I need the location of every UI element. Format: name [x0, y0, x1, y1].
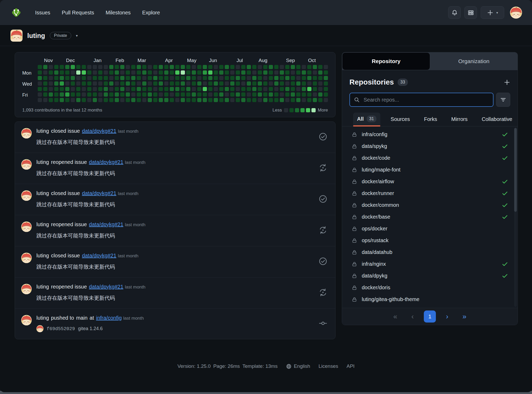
profile-avatar[interactable] — [10, 30, 23, 42]
heatmap-cell — [274, 81, 278, 86]
repo-filter-tabs: All31SourcesForksMirrorsCollaborative — [342, 107, 518, 126]
create-new-button[interactable]: ▾ — [481, 6, 504, 19]
nav-item-milestones[interactable]: Milestones — [106, 10, 131, 16]
feed-actor-avatar[interactable] — [21, 315, 32, 325]
feed-actor[interactable]: luting — [36, 128, 49, 134]
heatmap-cell — [153, 70, 157, 75]
feed-repo-link[interactable]: data/dpykg#21 — [89, 221, 123, 227]
feed-actor-avatar[interactable] — [21, 253, 32, 263]
repo-list-item[interactable]: docker/doris — [342, 282, 518, 293]
nav-item-pull-requests[interactable]: Pull Requests — [62, 10, 94, 16]
feed-item-content: lutingclosed issuedata/dpykg#21last mont… — [21, 184, 139, 215]
lock-icon — [352, 297, 357, 302]
heatmap-cell — [142, 70, 146, 75]
nav-item-explore[interactable]: Explore — [142, 10, 160, 16]
heatmap-month-label: Sep — [286, 58, 295, 63]
licenses-link[interactable]: Licenses — [319, 363, 338, 369]
heatmap-cell — [98, 87, 102, 91]
feed-actor-avatar[interactable] — [21, 190, 32, 201]
chevron-down-icon: ▾ — [496, 11, 498, 15]
feed-actor-avatar[interactable] — [21, 284, 32, 294]
heatmap-cell — [241, 81, 245, 86]
repo-list-item[interactable]: data/datahub — [342, 246, 518, 258]
repo-list-item[interactable]: ops/rustack — [342, 235, 518, 246]
filter-tab-forks[interactable]: Forks — [420, 113, 441, 126]
repo-list-item[interactable]: docker/code — [342, 152, 518, 164]
feed-actor[interactable]: luting — [36, 221, 49, 227]
repo-list-item[interactable]: data/dpykg — [342, 270, 518, 282]
heatmap-cell — [82, 92, 86, 97]
heatmap-cell — [76, 70, 80, 75]
notifications-button[interactable] — [448, 6, 461, 19]
filter-tab-sources[interactable]: Sources — [387, 113, 414, 126]
feed-repo-link[interactable]: data/dpykg#21 — [82, 128, 116, 134]
heatmap-cell — [230, 98, 234, 102]
repo-search-input[interactable] — [363, 97, 489, 103]
heatmap-cell — [269, 76, 273, 80]
feed-actor[interactable]: luting — [36, 159, 49, 165]
nav-item-issues[interactable]: Issues — [35, 10, 50, 16]
heatmap-cell — [71, 65, 75, 69]
heatmap-cell — [181, 70, 185, 75]
heatmap-cell — [93, 65, 97, 69]
repo-list-scrollbar-thumb[interactable] — [514, 128, 517, 212]
last-page-button[interactable]: » — [458, 310, 470, 323]
repo-list-item[interactable]: infra/nginx — [342, 258, 518, 270]
heatmap-grid — [38, 65, 328, 103]
feed-repo-link[interactable]: data/dpykg#21 — [89, 284, 123, 290]
feed-repo-link[interactable]: infra/config — [96, 315, 122, 321]
feed-actor-avatar[interactable] — [21, 221, 32, 232]
repo-list-item[interactable]: docker/common — [342, 199, 518, 211]
tab-organization[interactable]: Organization — [430, 52, 518, 70]
feed-actor[interactable]: luting — [36, 284, 49, 290]
contribution-summary: 1,093 contributions in the last 12 month… — [22, 108, 102, 113]
repo-list-item[interactable]: docker/airflow — [342, 176, 518, 187]
legend-more-label: More — [318, 108, 328, 113]
feed-actor-avatar[interactable] — [21, 128, 32, 138]
filter-tab-mirrors[interactable]: Mirrors — [447, 113, 471, 126]
heatmap-cell — [87, 76, 91, 80]
heatmap-cell — [197, 92, 201, 97]
heatmap-cell — [247, 81, 251, 86]
feed-actor[interactable]: luting — [36, 315, 49, 321]
heatmap-cell — [307, 65, 311, 69]
heatmap-month-label: Aug — [259, 58, 267, 63]
repo-count-badge: 33 — [398, 79, 408, 86]
repo-list-item[interactable]: docker/base — [342, 211, 518, 223]
repo-check-icon — [502, 261, 508, 267]
admin-panel-button[interactable] — [464, 6, 477, 19]
repo-list-item[interactable]: data/spykg — [342, 140, 518, 152]
repo-filter-button[interactable] — [496, 93, 510, 107]
filter-tab-collaborative[interactable]: Collaborative — [478, 113, 516, 126]
heatmap-cell — [93, 81, 97, 86]
heatmap-cell — [247, 65, 251, 69]
feed-item-title: lutingclosed issuedata/dpykg#21last mont… — [36, 128, 139, 134]
feed-actor[interactable]: luting — [36, 190, 49, 196]
commit-sha-link[interactable]: f69d552029 — [47, 326, 75, 331]
heatmap-cell — [164, 65, 168, 69]
footer-page-time: Page: 26ms — [213, 363, 240, 369]
feed-repo-link[interactable]: data/dpykg#21 — [89, 159, 123, 165]
filter-tab-all[interactable]: All31 — [353, 113, 380, 126]
heatmap-cell — [296, 98, 300, 102]
gitea-logo-icon[interactable] — [10, 6, 23, 19]
tab-repository[interactable]: Repository — [342, 52, 430, 70]
user-avatar[interactable] — [510, 7, 522, 19]
feed-issue-title: 跳过存在版本可能导致未更新代码 — [36, 139, 139, 146]
repo-list-item[interactable]: docker/runner — [342, 187, 518, 199]
profile-chevron-down-icon[interactable]: ▾ — [76, 34, 78, 38]
add-repo-button[interactable] — [504, 79, 510, 86]
next-page-button[interactable]: › — [441, 310, 453, 323]
language-selector[interactable]: English — [286, 363, 310, 369]
feed-repo-link[interactable]: data/dpykg#21 — [82, 190, 116, 196]
page-1-button[interactable]: 1 — [424, 310, 436, 323]
repo-list-item[interactable]: luting/gitea-github-theme — [342, 293, 518, 305]
repo-list-item[interactable]: luting/maple-font — [342, 164, 518, 176]
feed-actor[interactable]: luting — [36, 253, 49, 258]
api-link[interactable]: API — [347, 363, 355, 369]
feed-repo-link[interactable]: data/dpykg#21 — [82, 253, 116, 258]
repo-list-item[interactable]: ops/docker — [342, 223, 518, 235]
repo-list-item[interactable]: infra/config — [342, 129, 518, 140]
heatmap-cell — [241, 98, 245, 102]
feed-actor-avatar[interactable] — [21, 159, 32, 170]
